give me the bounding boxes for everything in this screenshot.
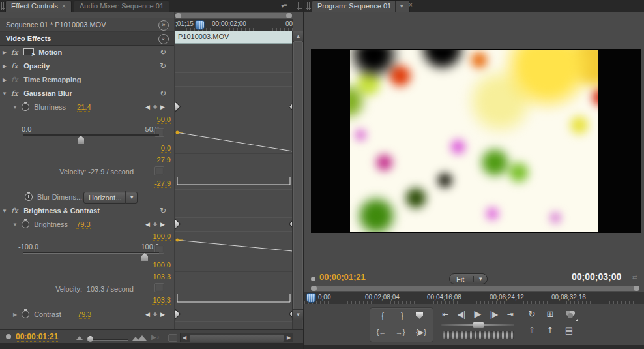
graph-resize-box[interactable] bbox=[154, 283, 164, 292]
toggle-animation-stopwatch-icon[interactable] bbox=[22, 103, 29, 111]
toggle-animation-stopwatch-icon[interactable] bbox=[22, 220, 29, 228]
blurriness-vel-max[interactable]: 27.9 bbox=[157, 156, 171, 164]
playhead-marker[interactable] bbox=[195, 20, 205, 30]
effect-row-brightness-contrast[interactable]: ▼ fx Brightness & Contrast ↻ bbox=[0, 204, 174, 217]
effect-row-time-remapping[interactable]: ▶ fx Time Remapping bbox=[0, 73, 174, 86]
go-to-next-edit-button[interactable]: ⇥ bbox=[505, 309, 516, 320]
contrast-value[interactable]: 79.3 bbox=[78, 311, 91, 319]
brightness-vel-max[interactable]: 103.3 bbox=[153, 273, 171, 281]
safe-margins-button[interactable]: ⊞ bbox=[544, 309, 556, 320]
brightness-vel-min[interactable]: -103.3 bbox=[151, 296, 171, 305]
scroll-right-button[interactable]: ▶ bbox=[285, 333, 293, 342]
loop-button[interactable]: ↻ bbox=[526, 309, 538, 320]
zoom-out-icon[interactable] bbox=[76, 336, 83, 340]
step-back-button[interactable]: ◀| bbox=[455, 309, 468, 320]
tab-close-icon[interactable]: × bbox=[62, 1, 66, 12]
effect-row-motion[interactable]: ▶ fx ➤ Motion ↻ bbox=[0, 46, 174, 59]
fx-badge-icon[interactable]: fx bbox=[11, 46, 22, 59]
tab-program[interactable]: Program: Sequence 01 ▼ bbox=[312, 0, 410, 12]
reset-effect-icon[interactable]: ↻ bbox=[160, 59, 166, 72]
scroll-down-button[interactable]: ▼ bbox=[293, 309, 303, 320]
go-to-out-point-button[interactable]: →} bbox=[392, 327, 408, 337]
zoom-in-icon[interactable] bbox=[138, 335, 147, 341]
lift-button[interactable]: ⇧ bbox=[526, 326, 538, 336]
program-ruler[interactable]: 0;00 00;02;08;04 00;04;16;08 00;06;24;12… bbox=[304, 292, 644, 305]
brightness-slider-track[interactable] bbox=[23, 252, 159, 254]
brightness-graph-max[interactable]: 100.0 bbox=[153, 232, 171, 241]
collapse-icon[interactable]: ▼ bbox=[10, 101, 20, 114]
collapse-section-icon[interactable]: » bbox=[158, 34, 169, 44]
blurriness-value[interactable]: 21.4 bbox=[77, 103, 91, 112]
go-to-in-point-button[interactable]: {← bbox=[373, 327, 389, 337]
resize-grip-icon[interactable]: ⇄ bbox=[632, 274, 637, 281]
blurriness-graph-max[interactable]: 50.0 bbox=[157, 115, 171, 124]
prev-keyframe-icon[interactable]: ◀ bbox=[145, 100, 150, 114]
play-button[interactable]: ▶ bbox=[472, 309, 484, 319]
step-forward-button[interactable]: |▶ bbox=[488, 309, 501, 320]
program-zoom-bar[interactable] bbox=[311, 286, 639, 291]
blurriness-vel-min[interactable]: -27.9 bbox=[154, 179, 171, 188]
tab-close-icon[interactable]: × bbox=[409, 1, 413, 8]
fx-badge-icon[interactable]: fx bbox=[11, 205, 22, 218]
brightness-value[interactable]: 79.3 bbox=[76, 220, 90, 229]
scrollbar-thumb[interactable] bbox=[189, 334, 284, 342]
toggle-animation-stopwatch-icon[interactable] bbox=[22, 311, 29, 318]
toggle-effects-icon[interactable] bbox=[168, 334, 177, 342]
next-keyframe-icon[interactable]: ▶ bbox=[160, 308, 165, 321]
panel-grip[interactable] bbox=[1, 2, 5, 10]
scroll-left-button[interactable]: ◀ bbox=[181, 333, 188, 342]
prev-keyframe-icon[interactable]: ◀ bbox=[145, 308, 150, 321]
toggle-animation-stopwatch-icon[interactable] bbox=[25, 193, 33, 201]
fx-badge-icon[interactable]: fx bbox=[11, 87, 22, 100]
reset-effect-icon[interactable]: ↻ bbox=[160, 87, 166, 100]
collapse-icon[interactable]: ▼ bbox=[0, 205, 9, 218]
effect-row-opacity[interactable]: ▶ fx Opacity ↻ bbox=[0, 59, 174, 72]
blurriness-slider-handle[interactable] bbox=[78, 136, 84, 144]
expand-icon[interactable]: ▶ bbox=[0, 74, 9, 87]
brightness-graph-min[interactable]: -100.0 bbox=[151, 261, 171, 269]
add-keyframe-icon[interactable]: ◆ bbox=[153, 218, 157, 231]
vertical-scrollbar[interactable]: ▲ ▼ bbox=[292, 31, 303, 320]
add-keyframe-icon[interactable]: ◆ bbox=[153, 100, 157, 114]
effect-row-gaussian-blur[interactable]: ▼ fx Gaussian Blur ↻ bbox=[0, 87, 174, 100]
play-in-to-out-button[interactable]: {▶} bbox=[411, 327, 431, 337]
play-audio-icon[interactable]: ▶♪ bbox=[151, 333, 160, 341]
fx-badge-icon[interactable]: fx bbox=[11, 60, 22, 73]
program-current-timecode[interactable]: 00;00;01;21 bbox=[319, 272, 366, 282]
reset-effect-icon[interactable]: ↻ bbox=[160, 204, 166, 217]
output-button[interactable] bbox=[564, 309, 577, 320]
prev-keyframe-icon[interactable]: ◀ bbox=[145, 218, 150, 231]
set-marker-button[interactable] bbox=[416, 312, 423, 319]
expand-icon[interactable]: ▶ bbox=[0, 60, 9, 73]
show-hide-timeline-icon[interactable]: » bbox=[158, 20, 169, 31]
expand-icon[interactable]: ▶ bbox=[0, 46, 9, 59]
horizontal-scrollbar[interactable]: ◀ ▶ bbox=[180, 333, 293, 342]
panel-menu-icon[interactable]: ▾≡ bbox=[281, 2, 287, 9]
next-keyframe-icon[interactable]: ▶ bbox=[160, 218, 165, 231]
zoom-level-dropdown[interactable]: Fit ▼ bbox=[449, 273, 488, 284]
extract-button[interactable]: ↥ bbox=[544, 326, 556, 336]
jog-wheel[interactable] bbox=[443, 331, 514, 339]
tab-audio-mixer[interactable]: Audio Mixer: Sequence 01 bbox=[74, 0, 169, 12]
timeline-zoom-slider-handle[interactable] bbox=[87, 336, 93, 342]
next-keyframe-icon[interactable]: ▶ bbox=[160, 100, 165, 114]
tab-dropdown-icon[interactable]: ▼ bbox=[395, 1, 404, 12]
reset-effect-icon[interactable]: ↻ bbox=[160, 46, 166, 59]
graph-resize-box[interactable] bbox=[154, 166, 164, 175]
go-to-previous-edit-button[interactable]: ⇤ bbox=[439, 309, 451, 320]
export-frame-button[interactable]: ▤ bbox=[563, 326, 576, 336]
expand-icon[interactable]: ▶ bbox=[10, 309, 20, 322]
set-in-point-button[interactable]: { bbox=[378, 311, 387, 321]
current-timecode[interactable]: 00:00:01:21 bbox=[16, 332, 58, 342]
scroll-up-button[interactable]: ▲ bbox=[293, 31, 303, 42]
program-playhead-marker[interactable] bbox=[306, 293, 316, 303]
scrollbar-thumb[interactable] bbox=[293, 41, 303, 310]
collapse-icon[interactable]: ▼ bbox=[10, 219, 20, 232]
blurriness-slider-track[interactable] bbox=[23, 134, 159, 136]
set-out-point-button[interactable]: } bbox=[398, 311, 407, 321]
add-keyframe-icon[interactable]: ◆ bbox=[153, 308, 157, 321]
tab-effect-controls[interactable]: Effect Controls × bbox=[5, 0, 72, 12]
blur-dimensions-dropdown[interactable]: Horizont... ▼ bbox=[83, 192, 138, 204]
collapse-icon[interactable]: ▼ bbox=[0, 87, 9, 100]
shuttle-slider-handle[interactable] bbox=[473, 322, 484, 329]
